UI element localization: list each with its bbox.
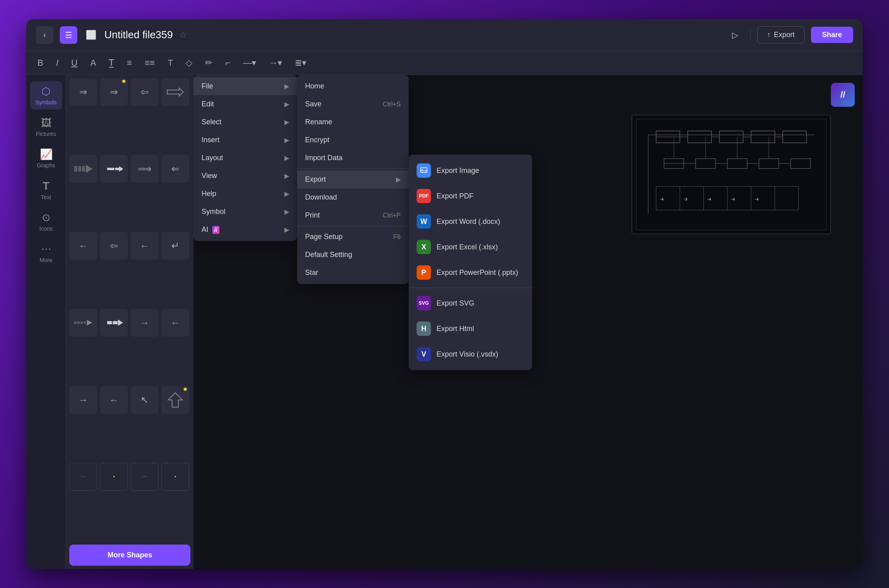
export-html-item[interactable]: H Export Html [409, 316, 532, 341]
align-indent-icon[interactable]: ≡≡ [141, 56, 158, 70]
export-button[interactable]: ↑ Export [757, 26, 805, 43]
shape-cell[interactable]: ← [100, 386, 128, 414]
avatar[interactable]: // [831, 83, 855, 107]
shape-cell[interactable]: ⇦ [100, 232, 128, 260]
submenu-item-pagesetup[interactable]: Page Setup F6 [297, 228, 409, 246]
submenu-label-export: Export [305, 175, 326, 184]
menu-button[interactable]: ☰ [60, 26, 77, 44]
underline-icon[interactable]: U [68, 56, 81, 70]
menu-item-edit[interactable]: Edit ▶ [194, 95, 297, 113]
submenu-item-encrypt[interactable]: Encrypt [297, 131, 409, 149]
shape-cell[interactable]: ⇐ [161, 155, 189, 183]
line-style-icon[interactable]: —▾ [240, 56, 259, 70]
shape-cell[interactable]: ⇦ [131, 78, 159, 106]
shape-cell[interactable]: → [131, 309, 159, 337]
more-shapes-button[interactable]: More Shapes [69, 545, 190, 566]
font-color-icon[interactable]: A [87, 56, 100, 70]
menu-label-symbol: Symbol [202, 208, 225, 216]
shape-cell[interactable]: ••• [131, 463, 159, 491]
file-title: Untitled file359 [104, 29, 173, 41]
toolbar-separator [750, 29, 751, 41]
align-icon[interactable]: ≡ [123, 56, 135, 70]
sidebar-item-graphs[interactable]: 📈 Graphs [30, 144, 62, 172]
svg-rect-6 [77, 321, 80, 324]
sidebar-item-icons[interactable]: ⊙ Icons [30, 208, 62, 236]
shape-cell[interactable] [69, 309, 97, 337]
submenu-item-home[interactable]: Home [297, 77, 409, 95]
shape-cell[interactable]: ↖ [131, 386, 159, 414]
submenu-item-print[interactable]: Print Ctrl+P [297, 206, 409, 224]
shape-cell[interactable]: ••• [69, 463, 97, 491]
shape-cell[interactable] [100, 309, 128, 337]
arrow-style-icon[interactable]: →▾ [266, 56, 285, 70]
shape-cell[interactable]: • [161, 463, 189, 491]
export-excel-icon: X [417, 240, 431, 254]
shape-cell[interactable]: ← [161, 309, 189, 337]
shape-fill-icon[interactable]: ◇ [182, 56, 196, 70]
submenu-item-save[interactable]: Save Ctrl+S [297, 95, 409, 113]
menu-item-help[interactable]: Help ▶ [194, 185, 297, 203]
shape-cell[interactable]: ↵ [161, 232, 189, 260]
shape-cell[interactable]: ⇒ [100, 78, 128, 106]
export-submenu[interactable]: Export Image PDF Export PDF W Export Wor… [409, 155, 532, 370]
italic-icon[interactable]: I [53, 56, 62, 70]
menu-label-insert: Insert [202, 136, 219, 144]
shape-cell[interactable] [161, 78, 189, 106]
submenu-item-rename[interactable]: Rename [297, 113, 409, 131]
submenu-item-star[interactable]: Star [297, 264, 409, 282]
svg-text:-4: -4 [755, 197, 759, 201]
back-button[interactable]: ‹ [36, 26, 53, 44]
sidebar-item-text[interactable]: T Text [30, 176, 62, 204]
menu-item-file[interactable]: File ▶ [194, 77, 297, 95]
menu-item-layout[interactable]: Layout ▶ [194, 149, 297, 167]
share-button[interactable]: Share [811, 27, 853, 43]
strikethrough-icon[interactable]: T̲ [106, 56, 117, 70]
svg-rect-11 [636, 119, 826, 230]
border-style-icon[interactable]: ≣▾ [292, 56, 309, 70]
menu-item-select[interactable]: Select ▶ [194, 113, 297, 131]
submenu-item-download[interactable]: Download [297, 188, 409, 206]
shape-cell[interactable] [69, 155, 97, 183]
export-visio-item[interactable]: V Export Visio (.vsdx) [409, 341, 532, 367]
connector-icon[interactable]: ⌐ [222, 56, 233, 70]
star-icon[interactable]: ☆ [179, 30, 187, 40]
menu-item-symbol[interactable]: Symbol ▶ [194, 203, 297, 221]
export-word-item[interactable]: W Export Word (.docx) [409, 209, 532, 234]
shape-cell[interactable]: ⇒ [69, 78, 97, 106]
shape-cell[interactable]: • [100, 463, 128, 491]
export-pdf-item[interactable]: PDF Export PDF [409, 183, 532, 209]
sidebar-label-graphs: Graphs [37, 162, 55, 169]
shape-cell[interactable] [161, 386, 189, 414]
menu-item-insert[interactable]: Insert ▶ [194, 131, 297, 149]
menu-item-view[interactable]: View ▶ [194, 167, 297, 185]
bold-icon[interactable]: B [34, 56, 47, 70]
export-image-item[interactable]: Export Image [409, 158, 532, 183]
text-style-icon[interactable]: T [164, 56, 176, 70]
submenu-label-star: Star [305, 269, 318, 277]
file-menu[interactable]: File ▶ Edit ▶ Select ▶ Insert ▶ [194, 75, 297, 241]
submenu-item-import[interactable]: Import Data [297, 149, 409, 167]
sidebar-item-symbols[interactable]: ⬡ Symbols [30, 81, 62, 110]
canvas-area[interactable]: // [194, 75, 863, 569]
shape-cell[interactable] [100, 155, 128, 183]
submenu-label-download: Download [305, 193, 337, 202]
submenu-item-defaultsetting[interactable]: Default Setting [297, 246, 409, 264]
menu-item-ai[interactable]: AI // ▶ [194, 221, 297, 239]
save-icon[interactable]: ⬜ [84, 28, 98, 42]
export-ppt-item[interactable]: P Export PowerPoint (.pptx) [409, 260, 532, 285]
export-html-icon: H [417, 321, 431, 336]
svg-rect-10 [113, 321, 117, 324]
sidebar-item-pictures[interactable]: 🖼 Pictures [30, 113, 62, 141]
pen-icon[interactable]: ✏ [202, 56, 215, 70]
shape-cell[interactable]: → [69, 386, 97, 414]
submenu-item-export[interactable]: Export ▶ [297, 171, 409, 188]
play-button[interactable]: ▷ [726, 26, 744, 44]
shape-cell[interactable]: ← [69, 232, 97, 260]
export-svg-item[interactable]: SVG Export SVG [409, 290, 532, 316]
export-excel-item[interactable]: X Export Excel (.xlsx) [409, 234, 532, 260]
file-submenu[interactable]: Home Save Ctrl+S Rename Encrypt Import D… [297, 75, 409, 284]
shape-cell[interactable]: ← [131, 232, 159, 260]
sidebar-item-more[interactable]: ⋯ More [30, 239, 62, 267]
shape-cell[interactable]: ⟹ [131, 155, 159, 183]
shortcut-save: Ctrl+S [383, 101, 401, 108]
